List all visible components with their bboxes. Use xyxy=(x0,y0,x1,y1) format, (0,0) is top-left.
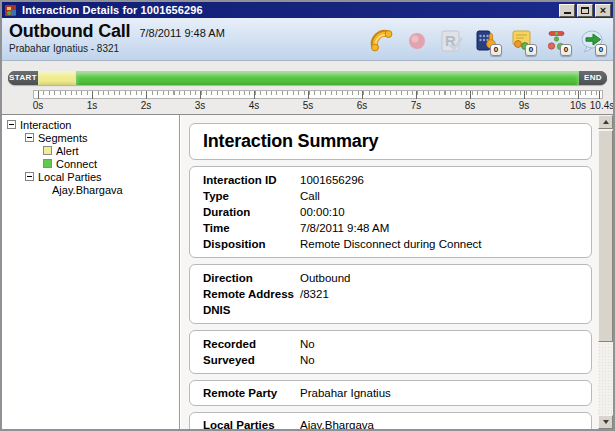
dialpad-badge: 0 xyxy=(490,44,502,56)
field-value: 00:00:10 xyxy=(300,204,578,220)
close-button[interactable]: × xyxy=(595,4,611,17)
timeline-tick-labels: 0s 1s 2s 3s 4s 5s 6s 7s 8s 9s 10s 10.4s xyxy=(33,100,611,112)
minimize-icon xyxy=(564,12,571,14)
tree-label: Connect xyxy=(56,158,97,170)
summary-section-direction: Direction Outbound Remote Address /8321 … xyxy=(189,264,592,324)
field-row-dnis: DNIS xyxy=(203,302,578,318)
summary-section-general: Interaction ID 1001656296 Type Call Dura… xyxy=(189,166,592,258)
tick-label: 7s xyxy=(411,100,422,111)
field-row-local-parties: Local Parties Ajay.Bhargava xyxy=(203,417,578,429)
phone-icon xyxy=(369,28,395,54)
field-row-remote-address: Remote Address /8321 xyxy=(203,286,578,302)
field-value: Ajay.Bhargava xyxy=(300,417,578,429)
tree-item-local-parties[interactable]: Local Parties xyxy=(2,170,179,183)
close-icon: × xyxy=(600,5,606,15)
field-row-direction: Direction Outbound xyxy=(203,270,578,286)
dialpad-button[interactable]: 0 xyxy=(473,25,500,57)
timeline-bar[interactable]: START END xyxy=(8,71,607,85)
summary-section-recording: Recorded No Surveyed No xyxy=(189,330,592,374)
maximize-button[interactable] xyxy=(577,4,593,17)
collapse-icon[interactable] xyxy=(7,120,16,129)
replay-icon: R xyxy=(440,29,464,53)
field-label: Recorded xyxy=(203,336,300,352)
field-row-surveyed: Surveyed No xyxy=(203,352,578,368)
scroll-up-button[interactable] xyxy=(598,115,613,129)
tick-label: 4s xyxy=(249,100,260,111)
field-label: Duration xyxy=(203,204,300,220)
maximize-icon xyxy=(581,7,589,14)
field-label: Disposition xyxy=(203,236,300,252)
triangle-up-icon xyxy=(603,120,609,124)
timeline-start-label: START xyxy=(8,71,38,85)
call-toolbar: R 0 xyxy=(368,20,605,60)
field-row-recorded: Recorded No xyxy=(203,336,578,352)
tree-label: Local Parties xyxy=(38,171,102,183)
titlebar[interactable]: Interaction Details for 1001656296 × xyxy=(2,2,613,18)
tree-item-connect[interactable]: Connect xyxy=(2,157,179,170)
summary-section-remote-party: Remote Party Prabahar Ignatius xyxy=(189,380,592,406)
tick-label: 2s xyxy=(141,100,152,111)
tree-item-interaction[interactable]: Interaction xyxy=(2,118,179,131)
interaction-tree: Interaction Segments Alert Connect Local… xyxy=(2,115,180,429)
window-title: Interaction Details for 1001656296 xyxy=(22,4,555,16)
conference-button[interactable]: 0 xyxy=(543,25,570,57)
field-value: Call xyxy=(300,188,578,204)
directory-button[interactable]: 0 xyxy=(508,25,535,57)
segment-connect[interactable] xyxy=(76,71,579,85)
field-label: DNIS xyxy=(203,302,300,318)
timeline-section: START END 0s 1s 2s 3s 4s 5s 6s 7s 8s 9s … xyxy=(2,61,613,114)
call-button[interactable] xyxy=(368,25,395,57)
summary-title-box: Interaction Summary xyxy=(189,123,592,160)
call-party-subtitle: Prabahar Ignatius - 8321 xyxy=(9,43,225,54)
timeline-end-label: END xyxy=(579,71,607,85)
field-label: Surveyed xyxy=(203,352,300,368)
vertical-scrollbar[interactable] xyxy=(598,115,613,429)
tick-label: 6s xyxy=(357,100,368,111)
call-type-title: Outbound Call xyxy=(9,21,130,42)
field-value: Outbound xyxy=(300,270,578,286)
field-label: Local Parties xyxy=(203,417,300,429)
field-label: Interaction ID xyxy=(203,172,300,188)
interaction-details-window: Interaction Details for 1001656296 × Out… xyxy=(0,0,615,431)
scroll-down-button[interactable] xyxy=(598,415,613,429)
directory-badge: 0 xyxy=(525,44,537,56)
tree-item-party[interactable]: Ajay.Bhargava xyxy=(2,183,179,196)
minimize-button[interactable] xyxy=(559,4,575,17)
field-value: No xyxy=(300,336,578,352)
timeline-ruler xyxy=(33,90,603,99)
conference-badge: 0 xyxy=(560,44,572,56)
field-value: Remote Disconnect during Connect xyxy=(300,236,578,252)
record-icon xyxy=(407,31,427,51)
tick-label: 8s xyxy=(465,100,476,111)
field-row-time: Time 7/8/2011 9:48 AM xyxy=(203,220,578,236)
content-area: Interaction Segments Alert Connect Local… xyxy=(2,114,613,429)
field-label: Remote Address xyxy=(203,286,300,302)
field-label: Direction xyxy=(203,270,300,286)
replay-button[interactable]: R xyxy=(438,25,465,57)
field-label: Time xyxy=(203,220,300,236)
scrollbar-thumb[interactable] xyxy=(598,130,613,342)
collapse-icon[interactable] xyxy=(25,133,34,142)
summary-panel: Interaction Summary Interaction ID 10016… xyxy=(181,115,598,429)
record-button[interactable] xyxy=(403,25,430,57)
tree-label: Alert xyxy=(56,145,79,157)
field-value xyxy=(300,302,578,318)
field-label: Remote Party xyxy=(203,385,300,401)
forward-button[interactable]: 0 xyxy=(578,25,605,57)
connect-color-swatch xyxy=(43,159,52,168)
tick-label: 3s xyxy=(195,100,206,111)
collapse-icon[interactable] xyxy=(25,172,34,181)
tick-label: 0s xyxy=(33,100,44,111)
call-header: Outbound Call 7/8/2011 9:48 AM Prabahar … xyxy=(2,18,613,61)
tree-label: Interaction xyxy=(20,119,71,131)
field-value: 7/8/2011 9:48 AM xyxy=(300,220,578,236)
field-value: Prabahar Ignatius xyxy=(300,385,578,401)
tree-item-alert[interactable]: Alert xyxy=(2,144,179,157)
tick-label: 5s xyxy=(303,100,314,111)
field-value: No xyxy=(300,352,578,368)
tree-item-segments[interactable]: Segments xyxy=(2,131,179,144)
segment-alert[interactable] xyxy=(38,71,76,85)
field-row-type: Type Call xyxy=(203,188,578,204)
summary-title: Interaction Summary xyxy=(203,131,578,152)
field-value: /8321 xyxy=(300,286,578,302)
